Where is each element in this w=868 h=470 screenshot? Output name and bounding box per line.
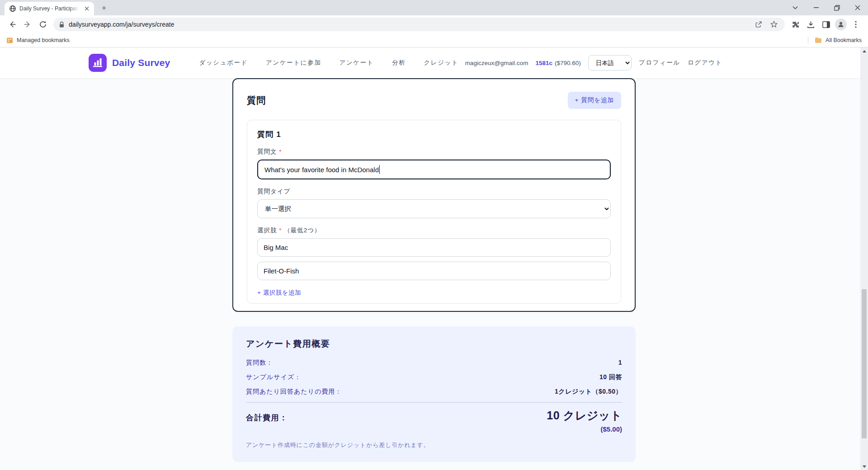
add-question-button[interactable]: + 質問を追加 [568, 92, 621, 109]
managed-bookmarks-icon [6, 37, 13, 44]
logout-link[interactable]: ログアウト [688, 59, 722, 67]
total-cost-row: 合計費用： 10 クレジット ($5.00) [246, 408, 622, 433]
globe-favicon-icon [9, 5, 16, 12]
account-cluster: magiczeux@gmail.com 1581c ($790.60) 日本語 … [465, 55, 722, 70]
window-minimize-icon[interactable] [806, 0, 826, 15]
question-text-value: What's your favorite food in McDonald [264, 166, 379, 174]
browser-toolbar: dailysurveyapp.com/ja/surveys/create [0, 15, 868, 33]
site-header: Daily Survey ダッシュボード アンケートに参加 アンケート 分析 ク… [0, 47, 868, 78]
question-1-title: 質問 1 [257, 129, 611, 140]
question-1-box: 質問 1 質問文 * What's your favorite food in … [247, 120, 621, 304]
questions-card: 質問 + 質問を追加 質問 1 質問文 * What's your favori… [232, 78, 636, 312]
credit-usd: ($790.60) [555, 60, 581, 66]
questions-card-header: 質問 + 質問を追加 [247, 92, 621, 109]
total-usd: ($5.00) [547, 425, 622, 433]
profile-link[interactable]: プロフィール [639, 59, 680, 67]
browser-menu-chevron-icon[interactable] [785, 0, 806, 15]
folder-icon [815, 37, 822, 43]
cost-note: アンケート作成時にこの金額がクレジットから差し引かれます。 [246, 441, 622, 449]
cost-row-per-response: 質問あたり回答あたりの費用： 1クレジット（$0.50） [246, 388, 622, 396]
cost-divider [246, 402, 622, 403]
extensions-puzzle-icon[interactable] [789, 18, 802, 31]
question-text-input[interactable]: What's your favorite food in McDonald [257, 160, 611, 179]
total-credits: 10 クレジット [547, 408, 622, 423]
required-asterisk: * [279, 227, 282, 234]
download-icon[interactable] [804, 18, 817, 31]
managed-bookmarks-label: Managed bookmarks [17, 37, 70, 43]
total-cost-value: 10 クレジット ($5.00) [547, 408, 622, 433]
side-panel-icon[interactable] [820, 18, 832, 31]
credit-amount: 1581c [535, 60, 552, 66]
nav-surveys[interactable]: アンケート [339, 59, 374, 67]
question-type-label: 質問タイプ [257, 188, 611, 196]
kebab-menu-icon[interactable] [849, 18, 862, 31]
add-option-link[interactable]: + 選択肢を追加 [257, 289, 301, 297]
cost-row-question-count: 質問数： 1 [246, 359, 622, 367]
credit-balance: 1581c ($790.60) [535, 60, 580, 66]
scroll-up-arrow-icon[interactable] [860, 47, 868, 55]
cost-summary-title: アンケート費用概要 [246, 338, 622, 350]
brand-name: Daily Survey [112, 57, 170, 68]
tab-close-icon[interactable] [83, 5, 90, 12]
scroll-down-arrow-icon[interactable] [860, 463, 868, 470]
profile-avatar-icon[interactable] [835, 19, 847, 30]
questions-section-title: 質問 [247, 94, 266, 107]
lock-icon [59, 21, 65, 28]
cost-row-sample-size: サンプルサイズ： 10 回答 [246, 373, 622, 381]
forward-icon[interactable] [21, 18, 34, 31]
url-text: dailysurveyapp.com/ja/surveys/create [69, 21, 174, 28]
option-2-input[interactable] [257, 262, 611, 280]
new-tab-button[interactable]: + [98, 2, 110, 14]
main-nav: ダッシュボード アンケートに参加 アンケート 分析 クレジット [199, 59, 458, 67]
page-content: 質問 + 質問を追加 質問 1 質問文 * What's your favori… [0, 78, 868, 462]
window-controls [785, 0, 868, 15]
question-type-select[interactable]: 単一選択 [257, 199, 611, 218]
question-text-label: 質問文 * [257, 148, 611, 156]
url-bar[interactable]: dailysurveyapp.com/ja/surveys/create [53, 18, 785, 31]
total-cost-label: 合計費用： [246, 413, 288, 423]
nav-credits[interactable]: クレジット [424, 59, 458, 67]
back-icon[interactable] [6, 18, 19, 31]
managed-bookmarks-item[interactable]: Managed bookmarks [6, 37, 70, 44]
all-bookmarks-label: All Bookmarks [826, 37, 862, 43]
required-asterisk: * [279, 148, 282, 155]
account-email: magiczeux@gmail.com [465, 60, 528, 66]
scrollbar-thumb[interactable] [862, 289, 867, 438]
brand-logo-chart-icon [89, 54, 107, 72]
reload-icon[interactable] [37, 18, 49, 31]
cost-rows: 質問数： 1 サンプルサイズ： 10 回答 質問あたり回答あたりの費用： 1クレ… [246, 359, 622, 396]
option-1-input[interactable] [257, 238, 611, 257]
bookmark-star-icon[interactable] [769, 19, 779, 30]
nav-analytics[interactable]: 分析 [392, 59, 406, 67]
options-hint: （最低2つ） [284, 227, 321, 234]
bookmarks-divider [808, 37, 808, 44]
cost-summary-card: アンケート費用概要 質問数： 1 サンプルサイズ： 10 回答 質問あたり回答あ… [232, 326, 636, 462]
page-viewport: Daily Survey ダッシュボード アンケートに参加 アンケート 分析 ク… [0, 47, 868, 470]
language-select[interactable]: 日本語 [588, 55, 632, 70]
bookmarks-bar: Managed bookmarks All Bookmarks [0, 33, 868, 47]
share-icon[interactable] [753, 19, 764, 30]
window-close-icon[interactable] [847, 0, 868, 15]
all-bookmarks-item[interactable]: All Bookmarks [815, 37, 862, 43]
page-scrollbar[interactable] [860, 47, 868, 470]
window-restore-icon[interactable] [826, 0, 847, 15]
options-label: 選択肢 * （最低2つ） [257, 226, 611, 235]
nav-dashboard[interactable]: ダッシュボード [199, 59, 248, 67]
tab-title: Daily Survey - Participate & Earn [19, 5, 80, 12]
browser-tabstrip: Daily Survey - Participate & Earn + [0, 0, 868, 15]
nav-participate[interactable]: アンケートに参加 [266, 59, 321, 67]
brand[interactable]: Daily Survey [89, 54, 170, 72]
browser-tab[interactable]: Daily Survey - Participate & Earn [5, 2, 94, 15]
text-caret [379, 165, 380, 174]
